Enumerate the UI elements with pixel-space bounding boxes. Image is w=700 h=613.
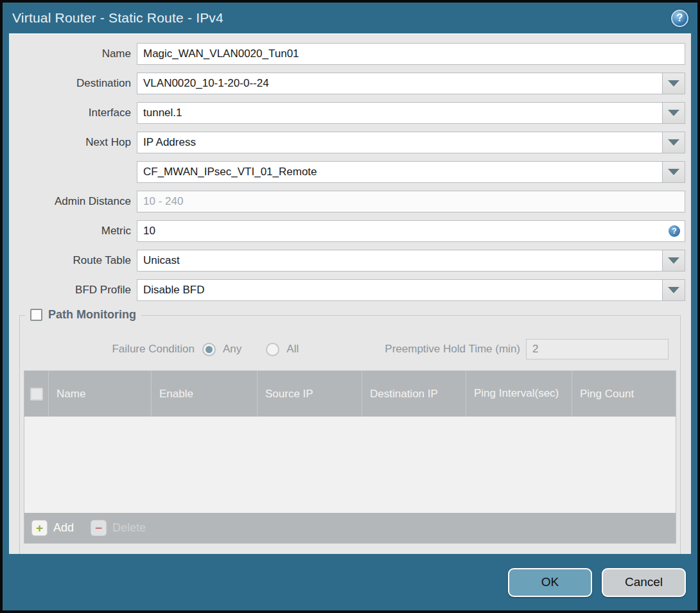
next-hop-field xyxy=(137,132,685,153)
route-table-row: Route Table xyxy=(9,250,685,272)
column-header-enable: Enable xyxy=(152,371,258,417)
metric-row: Metric ? xyxy=(9,220,685,242)
static-route-dialog: Virtual Router - Static Route - IPv4 ? N… xyxy=(0,0,700,613)
cancel-button[interactable]: Cancel xyxy=(602,568,686,597)
preemptive-hold-time-label: Preemptive Hold Time (min) xyxy=(385,343,526,356)
titlebar: Virtual Router - Static Route - IPv4 ? xyxy=(3,3,697,33)
name-input[interactable] xyxy=(137,43,685,65)
radio-all-label: All xyxy=(286,343,299,356)
help-icon[interactable]: ? xyxy=(671,10,688,27)
destination-row: Destination xyxy=(9,73,685,94)
table-header-row: Name Enable Source IP Destination IP Pin… xyxy=(24,371,676,417)
chevron-down-icon xyxy=(668,169,679,175)
path-monitoring-checkbox[interactable] xyxy=(30,309,42,321)
path-monitoring-section: Path Monitoring Failure Condition Any Al… xyxy=(19,315,681,554)
next-hop-address-row xyxy=(9,161,685,183)
interface-field xyxy=(137,102,685,124)
route-table-label: Route Table xyxy=(9,254,137,267)
column-header-ping-interval: Ping Interval(sec) xyxy=(466,371,572,417)
path-monitoring-table: Name Enable Source IP Destination IP Pin… xyxy=(24,370,676,544)
next-hop-address-field xyxy=(137,161,685,183)
chevron-down-icon xyxy=(668,139,679,146)
next-hop-label: Next Hop xyxy=(9,136,137,149)
next-hop-address-input[interactable] xyxy=(137,161,663,183)
chevron-down-icon xyxy=(668,257,679,264)
radio-any-label: Any xyxy=(223,343,241,356)
failure-condition-all[interactable]: All xyxy=(266,343,299,356)
dialog-body: Name Destination Interface xyxy=(9,33,691,554)
ok-button[interactable]: OK xyxy=(508,568,592,597)
add-button[interactable]: + Add xyxy=(31,520,74,536)
name-row: Name xyxy=(9,43,685,65)
metric-input[interactable] xyxy=(137,220,685,242)
bfd-profile-dropdown-button[interactable] xyxy=(663,279,685,301)
admin-distance-row: Admin Distance xyxy=(9,191,685,212)
failure-condition-label: Failure Condition xyxy=(24,343,202,356)
route-table-field xyxy=(137,250,685,272)
delete-button[interactable]: − Delete xyxy=(91,520,146,536)
next-hop-row: Next Hop xyxy=(9,132,685,153)
interface-input[interactable] xyxy=(137,102,663,124)
failure-condition-any[interactable]: Any xyxy=(202,343,241,356)
column-header-source-ip: Source IP xyxy=(258,371,362,417)
next-hop-type-input[interactable] xyxy=(137,132,663,153)
dialog-frame: Virtual Router - Static Route - IPv4 ? N… xyxy=(3,3,697,610)
column-header-ping-count: Ping Count xyxy=(572,371,676,417)
preemptive-hold-time-input[interactable] xyxy=(526,339,669,359)
table-toolbar: + Add − Delete xyxy=(24,513,676,543)
admin-distance-input[interactable] xyxy=(137,191,685,212)
admin-distance-field xyxy=(137,191,685,212)
radio-any-icon xyxy=(202,343,216,356)
interface-row: Interface xyxy=(9,102,685,124)
minus-icon: − xyxy=(91,520,107,536)
chevron-down-icon xyxy=(668,287,679,293)
chevron-down-icon xyxy=(668,80,679,87)
radio-all-icon xyxy=(266,343,279,356)
interface-label: Interface xyxy=(9,107,137,119)
next-hop-address-dropdown-button[interactable] xyxy=(663,161,685,183)
bfd-profile-label: BFD Profile xyxy=(9,284,137,297)
destination-dropdown-button[interactable] xyxy=(663,73,685,94)
name-label: Name xyxy=(9,47,137,60)
bfd-profile-field xyxy=(137,279,685,301)
name-field xyxy=(137,43,685,65)
table-body-empty xyxy=(24,417,676,513)
interface-dropdown-button[interactable] xyxy=(663,102,685,124)
info-icon[interactable]: ? xyxy=(669,225,680,237)
bfd-profile-input[interactable] xyxy=(137,279,663,301)
preemptive-hold-time-group: Preemptive Hold Time (min) xyxy=(385,339,669,359)
path-monitoring-legend: Path Monitoring xyxy=(25,308,141,322)
page-title: Virtual Router - Static Route - IPv4 xyxy=(12,10,223,26)
admin-distance-label: Admin Distance xyxy=(9,195,137,208)
failure-condition-row: Failure Condition Any All Preemptive Hol… xyxy=(24,339,669,359)
delete-button-label: Delete xyxy=(112,521,146,535)
chevron-down-icon xyxy=(668,110,679,116)
route-table-dropdown-button[interactable] xyxy=(663,250,685,272)
destination-field xyxy=(137,73,685,94)
metric-label: Metric xyxy=(9,225,137,237)
add-button-label: Add xyxy=(53,521,74,535)
destination-label: Destination xyxy=(9,77,137,90)
select-all-cell xyxy=(24,371,49,417)
next-hop-dropdown-button[interactable] xyxy=(663,132,685,153)
select-all-checkbox[interactable] xyxy=(30,388,43,401)
route-table-input[interactable] xyxy=(137,250,663,272)
destination-input[interactable] xyxy=(137,73,663,94)
column-header-name: Name xyxy=(49,371,152,417)
bfd-profile-row: BFD Profile xyxy=(9,279,685,301)
column-header-destination-ip: Destination IP xyxy=(362,371,466,417)
metric-field: ? xyxy=(137,220,685,242)
dialog-footer: OK Cancel xyxy=(3,554,697,610)
path-monitoring-title: Path Monitoring xyxy=(48,308,136,322)
plus-icon: + xyxy=(31,520,48,536)
